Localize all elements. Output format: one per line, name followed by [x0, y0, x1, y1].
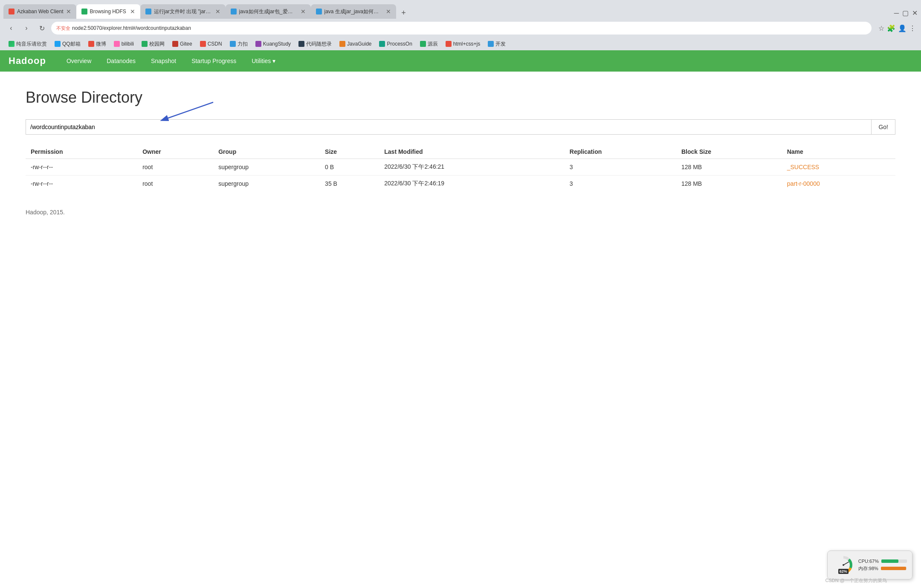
tab-favicon-jar2 [231, 9, 237, 14]
bookmark-label-weibo: 微博 [96, 40, 106, 48]
bookmark-kuang[interactable]: KuangStudy [252, 40, 294, 48]
path-input[interactable] [26, 119, 872, 135]
bookmark-liqiao[interactable]: 力扣 [226, 40, 251, 49]
cell-owner-0: root [137, 159, 213, 176]
bookmark-label-xiao: 校园网 [149, 40, 165, 48]
bookmark-favicon-kaifa [488, 41, 494, 47]
extensions-icon[interactable]: 🧩 [887, 24, 895, 32]
bookmark-favicon-qq [55, 41, 61, 47]
nav-datanodes[interactable]: Datanodes [99, 52, 143, 70]
bookmark-yuan[interactable]: 源辰 [417, 40, 441, 49]
profile-icon[interactable]: 👤 [898, 24, 907, 32]
bookmark-favicon-dama [298, 41, 304, 47]
table-header-row: Permission Owner Group Size Last Modifie… [26, 145, 895, 159]
tab-browsing[interactable]: Browsing HDFS ✕ [76, 4, 140, 19]
main-content: Browse Directory Go! Permission Owner Gr… [0, 72, 921, 233]
bookmark-favicon-gitee [172, 41, 178, 47]
bookmark-label-bili: bilibili [122, 41, 134, 47]
col-header-name: Name [782, 145, 895, 159]
footer-text: Hadoop, 2015. [26, 209, 65, 216]
bookmark-favicon-process [379, 41, 385, 47]
bookmark-gitee[interactable]: Gitee [169, 40, 196, 48]
col-header-last-modified: Last Modified [379, 145, 565, 159]
tab-label-jar1: 运行jar文件时 出现 "jar中没有主... [154, 8, 213, 15]
cell-replication-1: 3 [565, 176, 676, 192]
col-header-permission: Permission [26, 145, 137, 159]
back-button[interactable]: ‹ [5, 22, 17, 34]
bookmark-favicon-xiao [142, 41, 148, 47]
reload-button[interactable]: ↻ [36, 22, 48, 34]
insecure-label: 不安全 [56, 25, 70, 32]
bookmark-qq[interactable]: QQ邮箱 [51, 40, 84, 49]
tab-azkaban[interactable]: Azkaban Web Client ✕ [3, 4, 76, 19]
browser-chrome: Azkaban Web Client ✕ Browsing HDFS ✕ 运行j… [0, 0, 921, 50]
bookmark-process[interactable]: ProcessOn [376, 40, 415, 48]
cell-group-0: supergroup [213, 159, 320, 176]
tab-label-browsing: Browsing HDFS [90, 9, 127, 14]
tab-close-jar3[interactable]: ✕ [386, 8, 391, 15]
bookmark-favicon-htmlcss [446, 41, 452, 47]
nav-startup-progress[interactable]: Startup Progress [184, 52, 244, 70]
bookmark-favicon-yuan [420, 41, 426, 47]
page-footer: Hadoop, 2015. [26, 209, 895, 216]
tab-jar3[interactable]: java 生成jar_java如何生成jar_如... ✕ [311, 4, 396, 19]
tab-close-jar2[interactable]: ✕ [301, 8, 306, 15]
tab-jar1[interactable]: 运行jar文件时 出现 "jar中没有主... ✕ [140, 4, 226, 19]
tab-favicon-jar3 [316, 9, 322, 14]
tab-label-jar2: java如何生成jar包_爱吃牛肉的... [239, 8, 298, 15]
bookmark-music[interactable]: 纯音乐请欣赏 [5, 40, 50, 49]
address-input[interactable]: 不安全 node2:50070/explorer.html#/wordcount… [51, 22, 872, 35]
col-header-size: Size [320, 145, 379, 159]
cell-permission-0: -rw-r--r-- [26, 159, 137, 176]
tab-favicon-azkaban [9, 9, 14, 14]
close-window-button[interactable]: ✕ [912, 9, 918, 17]
cell-owner-1: root [137, 176, 213, 192]
cell-name-0: _SUCCESS [782, 159, 895, 176]
bookmark-label-csdn: CSDN [208, 41, 222, 47]
bookmark-favicon-weibo [88, 41, 94, 47]
bookmark-star-icon[interactable]: ☆ [878, 24, 884, 32]
bookmark-bili[interactable]: bilibili [110, 40, 137, 48]
menu-icon[interactable]: ⋮ [909, 24, 916, 32]
nav-utilities-label: Utilities [252, 58, 271, 64]
new-tab-button[interactable]: + [398, 7, 410, 19]
cell-permission-1: -rw-r--r-- [26, 176, 137, 192]
bookmark-java[interactable]: JavaGuide [336, 40, 375, 48]
col-header-owner: Owner [137, 145, 213, 159]
tab-close-jar1[interactable]: ✕ [215, 8, 220, 15]
nav-utilities[interactable]: Utilities ▾ [244, 52, 283, 70]
bookmark-xiao[interactable]: 校园网 [138, 40, 168, 49]
bookmark-label-htmlcss: html+css+js [453, 41, 480, 47]
nav-overview[interactable]: Overview [59, 52, 99, 70]
address-bar-row: ‹ › ↻ 不安全 node2:50070/explorer.html#/wor… [0, 19, 921, 37]
bookmark-favicon-bili [114, 41, 120, 47]
maximize-button[interactable]: ▢ [902, 9, 909, 17]
bookmark-kaifa[interactable]: 开发 [484, 40, 509, 49]
bookmark-favicon-java [339, 41, 345, 47]
bookmark-label-java: JavaGuide [347, 41, 371, 47]
bookmark-dama[interactable]: 代码随想录 [295, 40, 335, 49]
col-header-replication: Replication [565, 145, 676, 159]
bookmark-weibo[interactable]: 微博 [85, 40, 110, 49]
bookmark-label-liqiao: 力扣 [237, 40, 248, 48]
tab-jar2[interactable]: java如何生成jar包_爱吃牛肉的... ✕ [226, 4, 311, 19]
bookmark-htmlcss[interactable]: html+css+js [442, 40, 484, 48]
minimize-button[interactable]: ─ [894, 9, 899, 17]
cell-modified-0: 2022/6/30 下午2:46:21 [379, 159, 565, 176]
nav-snapshot[interactable]: Snapshot [143, 52, 184, 70]
file-link-success[interactable]: _SUCCESS [787, 164, 819, 170]
go-button[interactable]: Go! [872, 119, 895, 135]
tab-favicon-browsing [81, 9, 87, 14]
table-row: -rw-r--r-- root supergroup 35 B 2022/6/3… [26, 176, 895, 192]
bookmark-label-qq: QQ邮箱 [62, 40, 81, 48]
tab-close-browsing[interactable]: ✕ [130, 8, 135, 15]
bookmark-csdn[interactable]: CSDN [197, 40, 226, 48]
file-link-part[interactable]: part-r-00000 [787, 180, 820, 187]
cell-group-1: supergroup [213, 176, 320, 192]
tab-close-azkaban[interactable]: ✕ [66, 8, 71, 15]
forward-button[interactable]: › [20, 22, 32, 34]
col-header-block-size: Block Size [676, 145, 782, 159]
page-title: Browse Directory [26, 89, 895, 107]
cell-blocksize-1: 128 MB [676, 176, 782, 192]
address-url: node2:50070/explorer.html#/wordcountinpu… [72, 25, 191, 31]
